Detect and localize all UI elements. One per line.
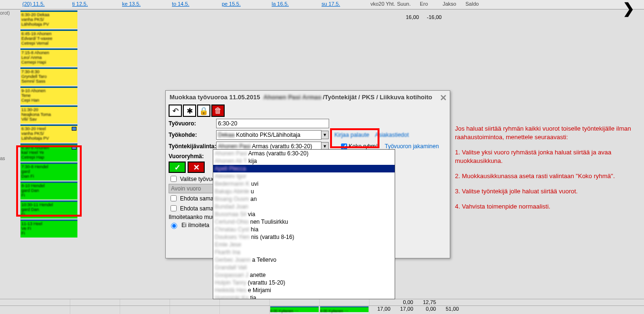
chevron-down-icon[interactable]: ▼ [321,131,329,139]
instruction-step-2: 2. Muokkausikkunassa aseta rasti valinta… [455,172,640,181]
calendar-header: (20) 11.5. ti 12.5. ke 13.5. to 14.5. pe… [0,0,644,10]
employee-list-item[interactable]: Emle Jese [213,241,395,248]
employee-list-item[interactable]: Bundad Joan [213,203,395,210]
notify-label: Ilmoitetaanko muu [169,214,215,220]
selection-highlight [16,145,82,217]
shift-item-selected[interactable]: 6:30-20 Heelvanha PKS/Lähihoitaja PV [20,124,77,143]
instruction-step-4: 4. Vahvista toimenpide normaalisti. [455,202,640,211]
employee-list-item[interactable]: Goopassari J anette [213,271,395,279]
day-col-sat[interactable]: la 16.5. [270,0,320,9]
col-planned: Suun. [396,0,419,9]
shift-bar[interactable]: 6:00 Kylianen ···· [320,306,369,312]
employee-list-item[interactable]: Bisang Ousm an [213,195,395,203]
split-shift-link[interactable]: Työvuoron jakaminen [385,143,439,150]
shift-group-label: Vuororyhmä: [169,153,216,160]
employee-list-item[interactable]: Cerlund-Ohio nen Tuulisirkku [213,218,395,226]
shift-time-input[interactable] [216,119,329,128]
shift-item[interactable]: 7:15-8 AhonenLeo/ AnmaCemepi Hapi [20,48,77,67]
bottom-summary: 0,00 12,75 6:00 Kylianen ···· 6:00 Kylia… [0,299,644,314]
sidebar-label: orot) [0,10,10,16]
day-col-wed[interactable]: ke 13.5. [120,0,170,9]
employee-list-item[interactable]: Bakaju Abinle u [213,188,395,195]
worksite-label: Työkohde: [169,132,216,138]
confirm-button[interactable]: ✓ [169,162,186,173]
dialog-title: Muokkaa työvuoroa 11.05.2015 Ahonen Pasi… [166,91,450,104]
lock-button[interactable]: 🔒 [197,105,210,117]
employee-select-label: Työntekijävalinta: [169,143,216,150]
next-week-arrow[interactable]: ❯ [623,0,635,17]
col-week-total: vko20 Yht. [369,0,396,9]
dialog-toolbar: ↶ ✱ 🔒 🗑 [166,104,450,118]
shift-time-label: Työvuoro: [169,120,216,127]
sidebar-mid-label: as [0,156,5,161]
employee-list-item[interactable]: Grandall Vali [213,264,395,271]
close-icon[interactable]: ✕ [440,93,447,103]
suggest-same-checkbox-2[interactable] [170,205,177,211]
suggest-same-checkbox[interactable] [170,195,177,201]
employee-list-item[interactable]: Fkarth Ina [213,248,395,256]
employee-list-item[interactable]: Apell Plecca [213,165,395,172]
employee-list-item[interactable]: Chnatau Cyst hia [213,226,395,233]
day-col-tue[interactable]: ti 12.5. [70,0,120,9]
employee-dropdown-list[interactable]: Ahonen Pasi Armas (varattu 6:30-20)Ahone… [213,149,395,299]
shift-item[interactable]: 9-10 AhonenTeneCepi Han [20,86,77,105]
suggest-same-label-2: Ehdota samaa [180,205,217,212]
employee-list-item[interactable]: Bedermann K uvi [213,180,395,188]
instructions-panel: Jos haluat siirtää ryhmän kaikki vuorot … [455,124,640,218]
instruction-step-3: 3. Valitse työntekijä jolle haluat siirt… [455,187,640,196]
day-col-mon[interactable]: (20) 11.5. [20,0,70,9]
undo-button[interactable]: ↶ [169,105,182,117]
day-col-sun[interactable]: su 17.5. [320,0,369,9]
employee-list-item[interactable]: Bussmaa Sil via [213,210,395,218]
col-balance: Saldo [464,0,487,9]
no-notify-radio[interactable] [171,223,177,229]
shift-item[interactable]: 6:30-20 Dekaavanha PKS/Lähihoitaja PV [20,10,77,29]
day-col-fri[interactable]: pe 15.5. [220,0,270,9]
employee-list-item[interactable]: Alexeev Igor [213,172,395,180]
employee-list-item[interactable]: Doukses Yien nis (varattu 8-16) [213,233,395,241]
employee-list-item[interactable]: Ahonen Pasi Armas (varattu 6:30-20) [213,150,395,157]
delete-button[interactable]: 🗑 [211,105,225,117]
top-totals: 16,00 -16,00 [396,14,442,20]
employee-list-item[interactable]: Heikkilä Hes e Mirjami [213,286,395,294]
tree-button[interactable]: ✱ [183,105,196,117]
whole-group-highlight [330,128,379,148]
worksite-combo[interactable]: Dekaa Kotihoito PKS/Lähihoitaja [216,130,322,140]
day-col-thu[interactable]: to 14.5. [170,0,220,9]
col-period: Jakso [442,0,464,9]
shift-item[interactable]: 6:45-19 AhonenEdvard/ T-vaxeeCetrepi Ver… [20,29,77,48]
cancel-button[interactable]: ✕ [188,162,205,173]
shift-item[interactable]: 11-13 HeelVe FiFi [20,219,77,238]
col-diff: Ero [419,0,442,9]
shift-bar[interactable]: 6:00 Kylianen ···· [270,306,319,312]
instruction-intro: Jos haluat siirtää ryhmän kaikki vuorot … [455,124,640,142]
employee-list-item[interactable]: Holpin Tanry (varattu 15-20) [213,279,395,286]
select-shift-checkbox[interactable] [170,176,177,182]
shift-item[interactable]: 7:30-8:30Gryndell TaroSemni/ Sass [20,67,77,86]
customer-info-link[interactable]: Asiakastiedot [375,132,408,138]
employee-list-item[interactable]: Homminki Ko tja [213,294,395,299]
shift-item[interactable]: 11:30-20Neajkona TomaVili/ Sav [20,105,77,124]
employee-list-item[interactable]: Gerbec Joann a Tellervo [213,256,395,264]
instruction-step-1: 1. Valitse yksi vuoro ryhmästä jonka hal… [455,148,640,165]
no-notify-label: Ei ilmoiteta [181,222,209,228]
employee-list-item[interactable]: Ahonen Ali T kija [213,157,395,165]
suggest-same-label: Ehdota samaa [180,195,217,202]
